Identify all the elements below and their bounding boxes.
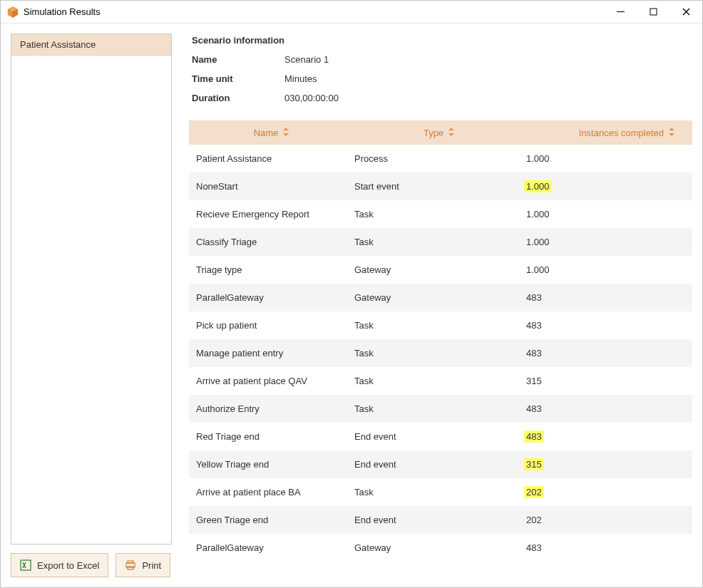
cell-type: Gateway: [354, 292, 524, 303]
cell-instances: 483: [524, 403, 692, 415]
scenario-tree[interactable]: Patient Assistance: [11, 33, 172, 545]
printer-icon: [125, 559, 136, 571]
table-row[interactable]: Arrive at patient place BATask202: [189, 478, 692, 506]
table-row[interactable]: ParallelGatewayGateway483: [189, 534, 692, 562]
results-grid-header: Name Type Instances completed: [189, 120, 692, 145]
table-row[interactable]: Classify TriageTask1.000: [189, 228, 692, 256]
cell-type: Start event: [354, 181, 524, 192]
maximize-button[interactable]: [637, 1, 669, 23]
col-type-label: Type: [424, 128, 443, 138]
close-button[interactable]: [669, 1, 702, 23]
table-row[interactable]: Manage patient entryTask483: [189, 339, 692, 367]
cell-name: Recieve Emergency Report: [189, 209, 354, 220]
cell-instances: 315: [524, 458, 692, 470]
cell-instances: 483: [524, 292, 692, 304]
table-row[interactable]: ParallelGatewayGateway483: [189, 284, 692, 311]
cell-type: Task: [354, 376, 524, 386]
cell-type: End event: [354, 515, 524, 525]
cell-name: Classify Triage: [189, 237, 354, 247]
col-name-label: Name: [254, 128, 279, 138]
cell-name: Red Triage end: [189, 431, 354, 442]
cell-name: Arrive at patient place BA: [189, 487, 354, 497]
svg-rect-7: [21, 560, 31, 570]
column-header-type[interactable]: Type: [354, 128, 524, 138]
cell-type: Task: [354, 209, 524, 220]
table-row[interactable]: Red Triage endEnd event483: [189, 423, 692, 450]
table-row[interactable]: Yellow Triage endEnd event315: [189, 450, 692, 478]
svg-marker-11: [283, 128, 289, 130]
cell-instances: 202: [524, 486, 692, 498]
minimize-button[interactable]: [604, 1, 637, 23]
excel-icon: [20, 559, 31, 571]
scenario-name-value: Scenario 1: [284, 50, 692, 69]
cell-name: Arrive at patient place QAV: [189, 376, 354, 386]
svg-marker-16: [669, 133, 674, 136]
cell-name: Pick up patient: [189, 320, 354, 331]
tree-item-selected[interactable]: Patient Assistance: [11, 34, 171, 56]
cell-instances: 483: [524, 430, 692, 443]
cell-type: Process: [354, 153, 524, 164]
svg-marker-13: [448, 128, 454, 130]
cell-type: Task: [354, 320, 524, 331]
cell-type: Gateway: [354, 542, 524, 553]
svg-marker-12: [283, 133, 289, 136]
cell-type: End event: [354, 431, 524, 442]
sort-icon: [282, 128, 289, 138]
column-header-instances[interactable]: Instances completed: [524, 128, 692, 138]
cell-name: Authorize Entry: [189, 403, 354, 414]
app-icon: [6, 6, 19, 19]
cell-instances: 483: [524, 347, 692, 359]
sort-icon: [668, 128, 675, 138]
results-grid-body: Patient AssistanceProcess1.000NoneStartS…: [189, 145, 692, 562]
cell-instances: 1.000: [524, 208, 692, 220]
title-bar: Simulation Results: [1, 1, 702, 24]
cell-type: Gateway: [354, 264, 524, 275]
table-row[interactable]: Green Triage endEnd event202: [189, 506, 692, 534]
table-row[interactable]: Triage typeGateway1.000: [189, 256, 692, 284]
table-row[interactable]: Authorize EntryTask483: [189, 395, 692, 423]
column-header-name[interactable]: Name: [189, 128, 354, 138]
cell-instances: 1.000: [524, 180, 692, 192]
cell-instances: 483: [524, 542, 692, 554]
table-row[interactable]: Recieve Emergency ReportTask1.000: [189, 200, 692, 228]
cell-name: ParallelGateway: [189, 542, 354, 553]
cell-type: Task: [354, 403, 524, 414]
cell-instances: 202: [524, 514, 692, 526]
scenario-duration-label: Duration: [192, 88, 284, 108]
cell-instances: 1.000: [524, 236, 692, 248]
cell-instances: 1.000: [524, 264, 692, 276]
cell-name: Yellow Triage end: [189, 459, 354, 470]
window-title: Simulation Results: [24, 6, 101, 17]
cell-instances: 1.000: [524, 153, 692, 165]
cell-instances: 315: [524, 375, 692, 387]
print-button[interactable]: Print: [116, 553, 170, 577]
svg-rect-9: [128, 561, 133, 563]
window-controls: [604, 1, 702, 23]
scenario-timeunit-label: Time unit: [192, 69, 284, 88]
export-to-excel-button[interactable]: Export to Excel: [11, 553, 108, 577]
svg-rect-4: [650, 9, 657, 15]
table-row[interactable]: NoneStartStart event1.000: [189, 172, 692, 200]
svg-marker-15: [669, 128, 674, 130]
scenario-duration-value: 030,00:00:00: [284, 88, 692, 108]
table-row[interactable]: Arrive at patient place QAVTask315: [189, 367, 692, 395]
cell-name: ParallelGateway: [189, 292, 354, 303]
cell-type: Task: [354, 237, 524, 247]
table-row[interactable]: Pick up patientTask483: [189, 311, 692, 339]
cell-type: Task: [354, 348, 524, 359]
svg-rect-10: [128, 567, 133, 569]
scenario-info-table: Name Scenario 1 Time unit Minutes Durati…: [192, 50, 692, 108]
sort-icon: [448, 128, 455, 138]
print-label: Print: [142, 560, 161, 571]
svg-marker-14: [448, 133, 454, 136]
col-instances-label: Instances completed: [579, 128, 664, 138]
export-label: Export to Excel: [37, 560, 99, 571]
cell-type: Task: [354, 487, 524, 497]
scenario-name-label: Name: [192, 50, 284, 69]
table-row[interactable]: Patient AssistanceProcess1.000: [189, 145, 692, 172]
scenario-info-heading: Scenario information: [192, 35, 692, 46]
cell-name: NoneStart: [189, 181, 354, 192]
cell-name: Patient Assistance: [189, 153, 354, 164]
scenario-timeunit-value: Minutes: [284, 69, 692, 88]
cell-name: Green Triage end: [189, 515, 354, 525]
